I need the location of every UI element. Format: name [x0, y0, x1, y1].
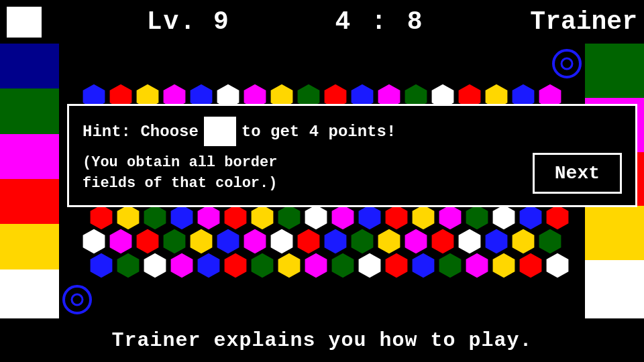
svg-marker-103 — [439, 204, 462, 230]
hex-cell[interactable] — [411, 251, 436, 280]
hex-cell[interactable] — [115, 251, 141, 280]
right-color-5[interactable] — [585, 260, 644, 318]
circle-icon-top-right — [550, 47, 584, 80]
svg-marker-95 — [224, 204, 247, 230]
hex-cell[interactable] — [518, 251, 543, 280]
hint-top-row: Hint: Choose to get 4 points! — [83, 117, 622, 146]
svg-marker-122 — [458, 229, 481, 254]
svg-marker-143 — [546, 253, 569, 278]
header: Lv. 9 4 : 8 Trainer — [0, 0, 644, 44]
hex-cell[interactable] — [491, 251, 517, 280]
player-color-indicator — [7, 7, 42, 38]
svg-marker-120 — [405, 229, 427, 254]
hex-cell[interactable] — [330, 251, 356, 280]
status-text: Trainer explains you how to play. — [111, 329, 532, 352]
score-display: 4 : 8 — [335, 7, 425, 36]
svg-marker-114 — [244, 229, 266, 254]
next-button[interactable]: Next — [533, 153, 622, 194]
svg-marker-90 — [90, 204, 113, 230]
hex-cell[interactable] — [169, 251, 195, 280]
left-color-4[interactable] — [0, 179, 59, 224]
left-color-6[interactable] — [0, 269, 59, 318]
hex-cell[interactable] — [357, 251, 382, 280]
right-color-4[interactable] — [585, 206, 644, 260]
svg-marker-104 — [466, 204, 488, 230]
svg-marker-102 — [412, 204, 435, 230]
choose-label: Choose — [140, 123, 198, 141]
svg-marker-105 — [492, 204, 515, 230]
hex-cell[interactable] — [142, 251, 168, 280]
hint-prefix: Hint: — [83, 123, 131, 141]
svg-marker-138 — [412, 253, 435, 278]
svg-marker-135 — [331, 253, 354, 278]
svg-marker-133 — [278, 253, 301, 278]
hex-cell[interactable] — [303, 251, 329, 280]
left-color-1[interactable] — [0, 44, 59, 88]
svg-marker-119 — [378, 229, 400, 254]
svg-marker-117 — [324, 229, 347, 254]
hex-cell[interactable] — [464, 251, 490, 280]
svg-marker-110 — [136, 229, 159, 254]
svg-marker-123 — [485, 229, 508, 254]
svg-marker-127 — [117, 253, 140, 278]
hex-cell[interactable] — [223, 251, 248, 280]
svg-marker-98 — [305, 204, 327, 230]
svg-point-145 — [561, 58, 572, 69]
mode-label: Trainer — [530, 7, 637, 36]
svg-marker-137 — [385, 253, 408, 278]
points-label: points! — [328, 123, 396, 141]
svg-marker-118 — [351, 229, 374, 254]
level-display: Lv. 9 — [147, 7, 230, 36]
circle-icon-bottom-left — [60, 283, 94, 316]
svg-marker-111 — [163, 229, 186, 254]
svg-marker-116 — [297, 229, 320, 254]
hint-color-preview — [204, 117, 236, 146]
svg-marker-126 — [90, 253, 113, 278]
score-sep: : — [371, 7, 389, 36]
svg-marker-132 — [251, 253, 274, 278]
svg-marker-106 — [519, 204, 542, 230]
hex-cell[interactable] — [545, 251, 570, 280]
svg-marker-115 — [270, 229, 293, 254]
svg-marker-139 — [439, 253, 462, 278]
svg-marker-121 — [431, 229, 454, 254]
hex-cell[interactable] — [437, 251, 463, 280]
hex-cell[interactable] — [250, 251, 275, 280]
svg-marker-142 — [519, 253, 542, 278]
right-color-1[interactable] — [585, 44, 644, 98]
left-color-3[interactable] — [0, 134, 59, 179]
svg-marker-141 — [492, 253, 515, 278]
to-get-label: to get — [241, 123, 299, 141]
svg-marker-96 — [251, 204, 274, 230]
svg-marker-99 — [331, 204, 354, 230]
hint-dialog: Hint: Choose to get 4 points! (You obtai… — [67, 104, 637, 207]
svg-marker-128 — [144, 253, 166, 278]
svg-marker-93 — [170, 204, 193, 230]
left-color-2[interactable] — [0, 88, 59, 133]
score-right: 8 — [407, 7, 425, 36]
svg-marker-100 — [358, 204, 381, 230]
svg-marker-107 — [546, 204, 569, 230]
svg-marker-101 — [385, 204, 408, 230]
hex-cell[interactable] — [384, 251, 409, 280]
svg-marker-124 — [512, 229, 535, 254]
hex-cell[interactable] — [196, 251, 221, 280]
svg-marker-92 — [144, 204, 166, 230]
left-color-5[interactable] — [0, 224, 59, 269]
svg-point-147 — [72, 294, 83, 305]
hex-cell[interactable] — [89, 251, 114, 280]
svg-marker-91 — [117, 204, 140, 230]
hex-cell[interactable] — [276, 251, 302, 280]
svg-marker-113 — [217, 229, 239, 254]
score-left: 4 — [335, 7, 354, 36]
svg-point-144 — [553, 50, 580, 77]
points-value: 4 — [309, 123, 319, 141]
hex-row — [88, 251, 571, 280]
svg-marker-108 — [83, 229, 105, 254]
svg-marker-130 — [197, 253, 220, 278]
left-color-panel — [0, 44, 59, 318]
svg-marker-97 — [278, 204, 301, 230]
svg-marker-109 — [109, 229, 132, 254]
svg-point-146 — [64, 286, 91, 313]
hint-bottom: (You obtain all border fields of that co… — [83, 153, 622, 194]
